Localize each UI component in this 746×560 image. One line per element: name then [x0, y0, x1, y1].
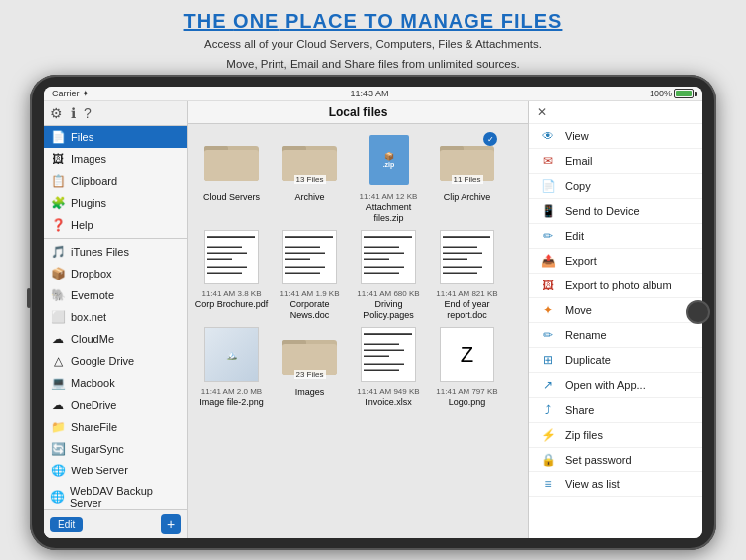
context-item-label: Move [565, 304, 592, 316]
context-item-export[interactable]: 📤Export [529, 249, 702, 274]
itunes-icon: 🎵 [50, 245, 66, 259]
context-item-move[interactable]: ✦Move [529, 298, 702, 323]
context-item-label: Export [565, 255, 597, 267]
sidebar-item-boxnet[interactable]: ⬜box.net [44, 306, 187, 328]
file-name: End of year report.doc [430, 299, 504, 321]
file-name: Archive [294, 192, 324, 203]
info-icon[interactable]: ℹ [71, 105, 76, 121]
sidebar-item-label: Images [71, 153, 106, 165]
file-item-attachment-zip[interactable]: 📦.zip 11:41 AM 12 KB Attachment files.zi… [351, 130, 426, 224]
sidebar-item-label: Help [71, 219, 93, 231]
context-item-export-photo[interactable]: 🖼Export to photo album [529, 274, 702, 298]
file-item-logo[interactable]: Z 11:41 AM 797 KB Logo.png [430, 325, 504, 408]
file-meta: 11:41 AM 1.9 KB [280, 289, 339, 299]
carrier: Carrier ✦ [52, 89, 90, 98]
file-item-end-of-year[interactable]: ▬▬▬▬▬▬▬▬ ▬▬▬▬▬▬▬▬▬▬▬▬▬▬▬▬▬▬▬▬ ▬▬▬▬▬▬▬▬▬▬… [430, 228, 504, 321]
onedrive-icon: ☁ [50, 398, 66, 412]
file-name: Driving Policy.pages [351, 299, 426, 321]
context-item-label: Export to photo album [565, 280, 672, 291]
context-menu-close[interactable]: ✕ [529, 101, 702, 124]
sidebar-item-dropbox[interactable]: 📦Dropbox [44, 263, 187, 284]
sidebar-item-macbook[interactable]: 💻Macbook [44, 372, 187, 394]
help-icon[interactable]: ? [84, 105, 92, 121]
file-item-clip-archive[interactable]: ✓11 Files Clip Archive [430, 130, 504, 224]
context-item-label: Copy [565, 180, 591, 192]
send-to-device-icon: 📱 [539, 204, 557, 218]
sidebar-item-googledrive[interactable]: △Google Drive [44, 350, 187, 372]
page-header: THE ONE PLACE TO MANAGE FILES Access all… [0, 0, 746, 82]
file-name: Attachment files.zip [351, 202, 426, 224]
sidebar-item-label: Files [71, 131, 93, 143]
context-item-send-to-device[interactable]: 📱Send to Device [529, 199, 702, 224]
app-area: ⚙ ℹ ? 📄Files🖼Images📋Clipboard🧩Plugins❓He… [44, 101, 702, 538]
sidebar-item-files[interactable]: 📄Files [44, 126, 187, 148]
zip-icon: ⚡ [539, 428, 557, 442]
file-meta: 11:41 AM 12 KB [360, 192, 418, 202]
context-item-view-as-list[interactable]: ≡View as list [529, 472, 702, 497]
file-name: Images [295, 387, 325, 398]
context-item-label: Open with App... [565, 379, 646, 391]
rename-icon: ✏ [539, 328, 557, 342]
ipad-screen: Carrier ✦ 11:43 AM 100% ⚙ ℹ ? 📄Files🖼Ima… [44, 87, 702, 538]
sidebar-item-sugarsync[interactable]: 🔄SugarSync [44, 438, 187, 460]
evernote-icon: 🐘 [50, 288, 66, 302]
file-item-image-file-2[interactable]: 🏔️ 11:41 AM 2.0 MB Image file-2.png [194, 325, 269, 408]
sugarsync-icon: 🔄 [50, 442, 66, 456]
context-item-open-with[interactable]: ↗Open with App... [529, 373, 702, 398]
add-button[interactable]: + [161, 514, 181, 534]
sidebar-item-webdav[interactable]: 🌐WebDAV Backup Server [44, 481, 187, 509]
sidebar-item-sharefile[interactable]: 📁ShareFile [44, 416, 187, 438]
file-item-corporate-news[interactable]: ▬▬▬▬▬▬▬▬ ▬▬▬▬▬▬▬▬▬▬▬▬▬▬▬▬▬▬▬▬ ▬▬▬▬▬▬▬▬▬▬… [273, 228, 347, 321]
sidebar: ⚙ ℹ ? 📄Files🖼Images📋Clipboard🧩Plugins❓He… [44, 101, 188, 538]
files-icon: 📄 [50, 130, 66, 144]
gear-icon[interactable]: ⚙ [50, 105, 63, 121]
file-item-cloud-servers[interactable]: Cloud Servers [194, 130, 269, 224]
context-item-label: Set password [565, 454, 632, 466]
file-name: Logo.png [449, 397, 486, 408]
file-item-images-folder[interactable]: 23 Files Images [273, 325, 347, 408]
context-item-label: Rename [565, 329, 607, 341]
context-item-label: Edit [565, 230, 584, 242]
share-icon: ⤴ [539, 403, 557, 417]
file-item-invoice[interactable]: ▬▬▬▬▬▬▬▬ ▬▬▬▬▬▬▬▬▬▬▬▬▬▬▬▬▬▬▬▬ ▬▬▬▬▬▬▬▬▬▬… [351, 325, 426, 408]
sidebar-item-cloudme[interactable]: ☁CloudMe [44, 328, 187, 350]
battery: 100% [650, 89, 694, 98]
context-item-set-password[interactable]: 🔒Set password [529, 448, 702, 472]
sidebar-item-clipboard[interactable]: 📋Clipboard [44, 170, 187, 192]
view-as-list-icon: ≡ [539, 477, 557, 491]
move-icon: ✦ [539, 303, 557, 317]
context-item-zip[interactable]: ⚡Zip files [529, 423, 702, 448]
edit-button[interactable]: Edit [50, 517, 83, 532]
file-name: Clip Archive [444, 192, 491, 203]
context-item-label: Share [565, 404, 594, 416]
open-with-icon: ↗ [539, 378, 557, 392]
file-name: Corporate News.doc [273, 299, 347, 321]
file-item-driving-policy[interactable]: ▬▬▬▬▬▬▬▬ ▬▬▬▬▬▬▬▬▬▬▬▬▬▬▬▬▬▬▬▬ ▬▬▬▬▬▬▬▬▬▬… [351, 228, 426, 321]
file-grid: Cloud Servers 13 Files Archive📦.zip 11:4… [188, 124, 528, 538]
context-item-copy[interactable]: 📄Copy [529, 174, 702, 199]
view-icon: 👁 [539, 129, 557, 143]
context-item-label: Email [565, 155, 593, 167]
sidebar-item-evernote[interactable]: 🐘Evernote [44, 284, 187, 306]
sidebar-item-itunes[interactable]: 🎵iTunes Files [44, 241, 187, 263]
sidebar-item-onedrive[interactable]: ☁OneDrive [44, 394, 187, 416]
context-item-rename[interactable]: ✏Rename [529, 323, 702, 348]
context-item-email[interactable]: ✉Email [529, 149, 702, 174]
context-item-duplicate[interactable]: ⊞Duplicate [529, 348, 702, 373]
home-button[interactable] [686, 300, 710, 324]
sidebar-item-label: CloudMe [71, 333, 114, 345]
file-item-archive[interactable]: 13 Files Archive [273, 130, 347, 224]
file-name: Corp Brochure.pdf [195, 299, 269, 310]
plugins-icon: 🧩 [50, 196, 66, 210]
sidebar-item-images[interactable]: 🖼Images [44, 148, 187, 170]
subtitle-line1: Access all of your Cloud Servers, Comput… [20, 36, 726, 53]
content-header: Local files [188, 101, 528, 124]
context-item-share[interactable]: ⤴Share [529, 398, 702, 423]
file-item-corp-brochure[interactable]: ▬▬▬▬▬▬▬▬ ▬▬▬▬▬▬▬▬▬▬▬▬▬▬▬▬▬▬▬▬ ▬▬▬▬▬▬▬▬▬▬… [194, 228, 269, 321]
sidebar-item-plugins[interactable]: 🧩Plugins [44, 192, 187, 214]
context-item-view[interactable]: 👁View [529, 124, 702, 149]
file-meta: 11:41 AM 797 KB [436, 387, 497, 397]
context-item-edit[interactable]: ✏Edit [529, 224, 702, 249]
sidebar-item-help[interactable]: ❓Help [44, 214, 187, 236]
sidebar-item-webserver[interactable]: 🌐Web Server [44, 460, 187, 481]
